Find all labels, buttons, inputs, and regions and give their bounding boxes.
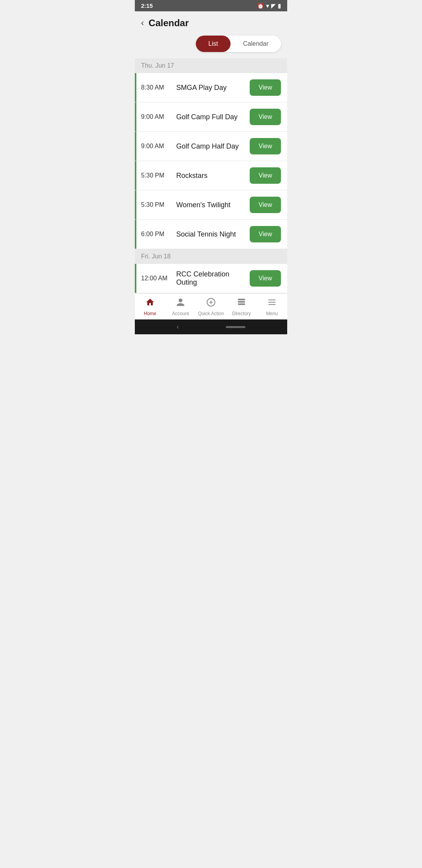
event-name: Golf Camp Half Day	[176, 142, 250, 151]
plus-circle-icon	[206, 298, 216, 309]
table-row: 5:30 PM Women's Twilight View	[135, 190, 287, 220]
svg-rect-3	[238, 299, 245, 300]
system-back-icon[interactable]: ‹	[177, 323, 179, 330]
list-toggle-button[interactable]: List	[196, 36, 231, 52]
view-button[interactable]: View	[250, 167, 281, 184]
table-row: 8:30 AM SMGA Play Day View	[135, 73, 287, 102]
battery-icon: ▮	[278, 3, 281, 9]
event-time: 9:00 AM	[141, 113, 176, 120]
view-toggle-container: List Calendar	[135, 32, 287, 58]
event-time: 8:30 AM	[141, 84, 176, 91]
event-time: 6:00 PM	[141, 231, 176, 238]
svg-rect-5	[238, 303, 245, 305]
nav-label-menu: Menu	[266, 311, 278, 316]
event-name: Rockstars	[176, 172, 250, 180]
menu-icon	[267, 298, 277, 309]
nav-label-home: Home	[144, 311, 156, 316]
event-time: 5:30 PM	[141, 201, 176, 208]
event-time: 9:00 AM	[141, 143, 176, 150]
nav-label-account: Account	[172, 311, 189, 316]
view-button[interactable]: View	[250, 197, 281, 213]
view-button[interactable]: View	[250, 109, 281, 125]
page-title: Calendar	[148, 18, 189, 29]
nav-item-menu[interactable]: Menu	[257, 298, 287, 316]
table-row: 12:00 AM RCC Celebration Outing View	[135, 264, 287, 293]
system-nav-bar: ‹	[135, 319, 287, 334]
home-icon	[145, 298, 155, 309]
back-button[interactable]: ‹	[141, 18, 144, 28]
alarm-icon: ⏰	[257, 3, 264, 9]
bottom-navigation: Home Account Quick Action Direct	[135, 293, 287, 319]
event-name: RCC Celebration Outing	[176, 270, 250, 287]
table-row: 9:00 AM Golf Camp Full Day View	[135, 102, 287, 132]
nav-item-account[interactable]: Account	[165, 298, 196, 316]
nav-item-quick-action[interactable]: Quick Action	[196, 298, 226, 316]
table-row: 9:00 AM Golf Camp Half Day View	[135, 132, 287, 161]
event-time: 12:00 AM	[141, 275, 176, 282]
event-name: Women's Twilight	[176, 201, 250, 209]
status-time: 2:15	[141, 2, 153, 9]
svg-rect-4	[238, 301, 245, 303]
system-home-pill[interactable]	[226, 326, 245, 328]
date-header-thu-jun-17: Thu. Jun 17	[135, 58, 287, 73]
view-button[interactable]: View	[250, 270, 281, 287]
signal-icon: ◤	[271, 3, 275, 9]
event-name: SMGA Play Day	[176, 84, 250, 92]
nav-item-home[interactable]: Home	[135, 298, 165, 316]
view-button[interactable]: View	[250, 138, 281, 154]
table-row: 5:30 PM Rockstars View	[135, 161, 287, 190]
event-name: Golf Camp Full Day	[176, 113, 250, 121]
view-button[interactable]: View	[250, 226, 281, 242]
header: ‹ Calendar	[135, 11, 287, 32]
view-button[interactable]: View	[250, 79, 281, 96]
event-name: Social Tennis Night	[176, 230, 250, 239]
event-list-thu-jun-17: 8:30 AM SMGA Play Day View 9:00 AM Golf …	[135, 73, 287, 249]
event-time: 5:30 PM	[141, 172, 176, 179]
account-icon	[176, 298, 185, 309]
status-bar: 2:15 ⏰ ▾ ◤ ▮	[135, 0, 287, 11]
directory-icon	[237, 298, 246, 309]
view-toggle-group: List Calendar	[196, 36, 281, 52]
calendar-toggle-button[interactable]: Calendar	[231, 36, 281, 52]
nav-label-directory: Directory	[232, 311, 251, 316]
wifi-icon: ▾	[266, 3, 269, 9]
date-header-fri-jun-18: Fri. Jun 18	[135, 249, 287, 264]
calendar-content: Thu. Jun 17 8:30 AM SMGA Play Day View 9…	[135, 58, 287, 293]
status-icons: ⏰ ▾ ◤ ▮	[257, 3, 281, 9]
event-list-fri-jun-18: 12:00 AM RCC Celebration Outing View	[135, 264, 287, 293]
nav-label-quick-action: Quick Action	[198, 311, 224, 316]
table-row: 6:00 PM Social Tennis Night View	[135, 220, 287, 249]
nav-item-directory[interactable]: Directory	[226, 298, 257, 316]
